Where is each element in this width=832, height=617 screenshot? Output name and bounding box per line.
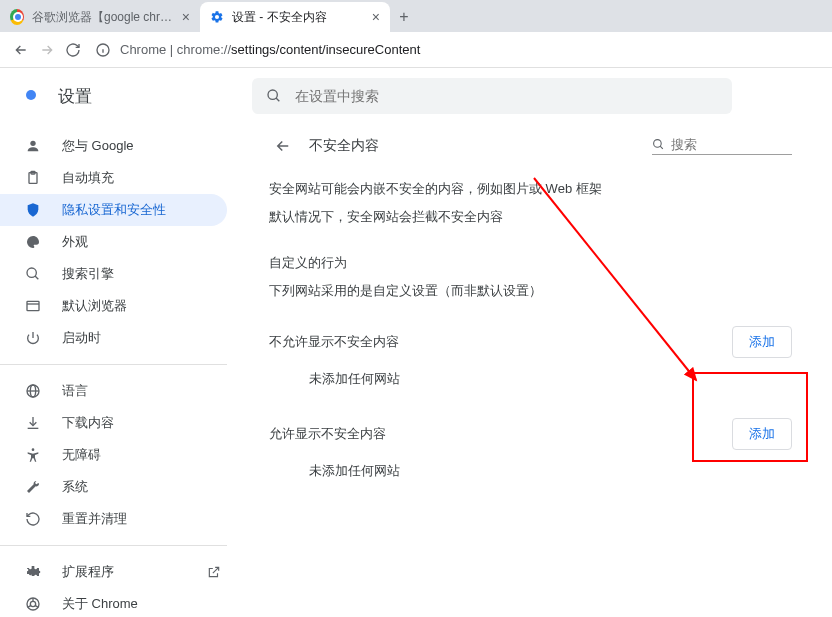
annotation-highlight-box	[692, 372, 808, 462]
svg-line-25	[534, 178, 696, 380]
annotation-arrow	[0, 0, 832, 617]
